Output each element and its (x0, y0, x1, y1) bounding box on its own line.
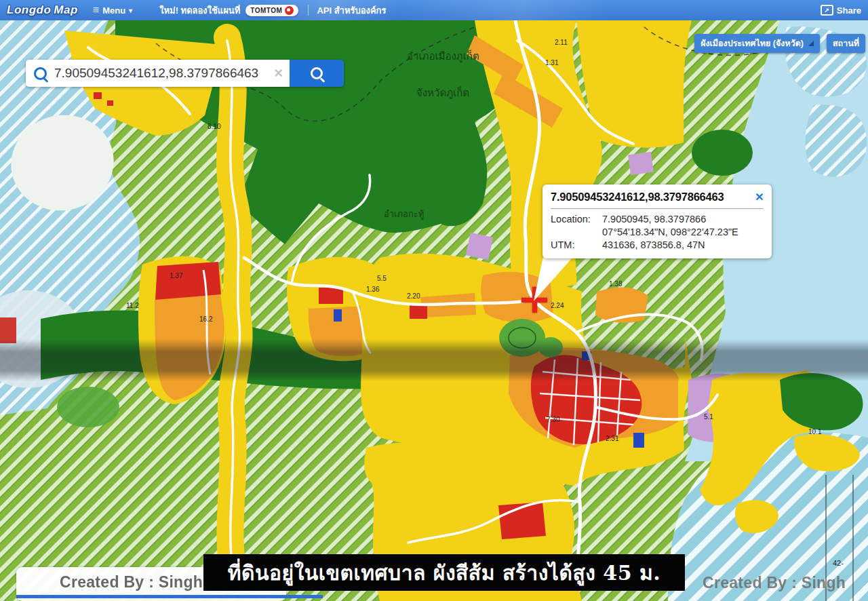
places-layer-label: สถานที่ (833, 37, 859, 50)
svg-text:2.31: 2.31 (606, 435, 619, 442)
share-label: Share (837, 5, 861, 16)
svg-text:1.36: 1.36 (366, 286, 380, 293)
tomtom-logo-icon (285, 6, 294, 15)
search-submit-button[interactable] (290, 60, 344, 87)
svg-text:2.24: 2.24 (551, 302, 564, 309)
svg-text:5.1: 5.1 (704, 413, 713, 421)
api-link[interactable]: API สำหรับองค์กร (317, 3, 386, 18)
location-dms-value: 07°54'18.34"N, 098°22'47.23"E (602, 227, 764, 237)
svg-text:อำเภอกะทู้: อำเภอกะทู้ (384, 209, 424, 220)
longdo-map-logo[interactable]: LongdoMap (7, 3, 78, 17)
search-submit-icon (311, 67, 323, 79)
topbar-divider (308, 5, 309, 16)
svg-text:จังหวัดภูเก็ต: จังหวัดภูเก็ต (416, 86, 469, 99)
logo-longdo-text: Longdo (7, 3, 51, 16)
menu-label: Menu (102, 5, 125, 16)
svg-text:5.5: 5.5 (377, 275, 387, 282)
promo-text: ใหม่! ทดลองใช้แผนที่ (159, 5, 240, 16)
location-dms-label (551, 227, 602, 237)
svg-text:10.1: 10.1 (808, 428, 822, 435)
map-canvas[interactable]: อำเภอเมืองภูเก็ต จังหวัดภูเก็ต อำเภอกะทู… (0, 0, 868, 601)
logo-map-text: Map (54, 3, 78, 16)
caption-bar: ที่ดินอยู่ในเขตเทศบาล ผังสีส้ม สร้างได้ส… (203, 554, 685, 591)
utm-value: 431636, 873856.8, 47N (602, 239, 764, 250)
tomtom-badge[interactable]: TOMTOM (245, 5, 298, 16)
svg-text:2.20: 2.20 (407, 292, 420, 300)
places-layer-button[interactable]: สถานที่ (827, 34, 865, 53)
watermark-right: Created By : Singh (703, 574, 846, 592)
utm-label: UTM: (551, 239, 602, 250)
popup-divider (551, 208, 764, 209)
clear-search-icon[interactable]: × (274, 66, 283, 81)
svg-text:1.38: 1.38 (609, 280, 623, 288)
menu-button[interactable]: ≡ Menu ▾ (93, 5, 132, 16)
svg-text:2.11: 2.11 (555, 39, 568, 46)
layer-controls: ผังเมืองประเทศไทย (จังหวัด) สถานที่ (694, 34, 865, 53)
api-label: API สำหรับองค์กร (317, 5, 386, 16)
tomtom-promo-link[interactable]: ใหม่! ทดลองใช้แผนที่ (159, 3, 240, 18)
location-decimal-value: 7.9050945, 98.3797866 (602, 214, 764, 225)
svg-text:7.30: 7.30 (547, 416, 560, 423)
popup-details: Location: 7.9050945, 98.3797866 07°54'18… (551, 214, 764, 250)
watermark-left: Created By : Singh (60, 573, 203, 592)
longdo-map-app: อำเภอเมืองภูเก็ต จังหวัดภูเก็ต อำเภอกะทู… (0, 0, 868, 601)
search-input[interactable] (53, 65, 271, 81)
search-field-container: × (26, 60, 290, 87)
bottom-blue-line (16, 595, 323, 598)
svg-text:11.2: 11.2 (126, 302, 139, 309)
share-button[interactable]: ↗ Share (821, 0, 861, 20)
svg-text:42-: 42- (833, 559, 844, 567)
chevron-down-icon: ▾ (129, 7, 132, 14)
svg-text:1.37: 1.37 (170, 272, 183, 279)
location-label: Location: (551, 214, 602, 225)
hamburger-icon: ≡ (93, 5, 99, 16)
search-icon (34, 67, 47, 80)
coordinate-popup: 7.90509453241612,98.3797866463 × Locatio… (542, 185, 772, 258)
top-navigation-bar: LongdoMap ≡ Menu ▾ ใหม่! ทดลองใช้แผนที่ … (0, 0, 868, 20)
tomtom-label: TOMTOM (250, 7, 282, 14)
close-icon[interactable]: × (755, 191, 764, 203)
popup-title: 7.90509453241612,98.3797866463 (551, 191, 751, 203)
svg-text:8.10: 8.10 (208, 123, 221, 130)
layer-selector-button[interactable]: ผังเมืองประเทศไทย (จังหวัด) (694, 34, 820, 53)
svg-text:1.31: 1.31 (545, 59, 559, 66)
layer-selector-label: ผังเมืองประเทศไทย (จังหวัด) (701, 37, 804, 50)
search-bar: × (26, 60, 344, 87)
svg-text:16.2: 16.2 (199, 315, 213, 323)
share-icon: ↗ (821, 5, 833, 16)
layer-grip-icon (808, 41, 814, 46)
svg-text:อำเภอเมืองภูเก็ต: อำเภอเมืองภูเก็ต (407, 50, 479, 62)
